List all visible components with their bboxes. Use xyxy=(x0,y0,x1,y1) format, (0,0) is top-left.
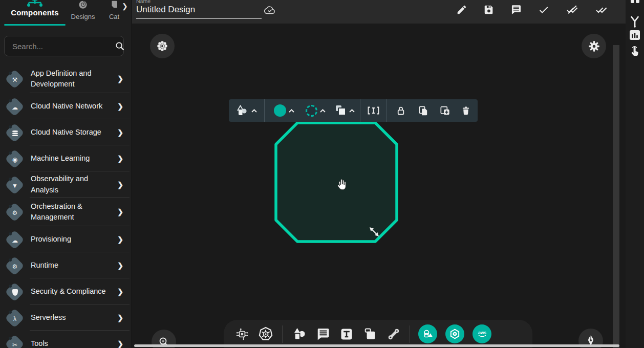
resize-width-button[interactable] xyxy=(360,105,387,116)
double-check-icon[interactable] xyxy=(595,4,608,15)
flower-icon xyxy=(156,39,169,53)
observability-tag-icon: ▼ xyxy=(3,173,26,196)
chevron-up-icon xyxy=(251,108,257,113)
chevron-right-icon: ❯ xyxy=(117,235,123,244)
gear-icon xyxy=(588,40,600,53)
chevron-right-icon: ❯ xyxy=(117,208,123,216)
copy-icon xyxy=(417,105,430,117)
category-observability[interactable]: ▼ Observability and Analysis ❯ xyxy=(0,171,132,198)
chevron-right-icon: ❯ xyxy=(117,262,123,270)
layers-button[interactable] xyxy=(331,105,360,116)
provisioning-tag-icon: ☁ xyxy=(3,228,26,251)
note-icon[interactable] xyxy=(363,327,377,341)
search-input[interactable] xyxy=(5,42,114,51)
cloud-done-icon xyxy=(263,5,276,17)
fill-color-swatch xyxy=(274,104,286,117)
trash-icon xyxy=(460,105,471,117)
category-label: Orchestration & Management xyxy=(26,201,117,223)
category-security[interactable]: Security & Compliance ❯ xyxy=(0,278,132,304)
fill-color-button[interactable] xyxy=(265,104,301,117)
canvas-settings-button[interactable] xyxy=(582,34,606,58)
delete-button[interactable] xyxy=(456,105,479,117)
bottom-dock: aws xyxy=(224,320,532,348)
resize-handle[interactable] xyxy=(368,225,381,238)
link-icon[interactable] xyxy=(387,327,401,341)
orchestration-tag-icon: ⚙ xyxy=(3,201,26,223)
bar-chart-icon[interactable] xyxy=(626,30,644,41)
chevron-up-icon xyxy=(349,108,355,113)
right-toolbar-rail xyxy=(626,0,644,348)
category-cloud-native-network[interactable]: ☁ Cloud Native Network ❯ xyxy=(0,93,132,119)
shapes-icon xyxy=(235,104,249,117)
chip-icon[interactable] xyxy=(235,328,249,341)
shape-context-toolbar xyxy=(229,99,478,122)
hexagon-library-button[interactable] xyxy=(445,324,464,343)
shapes-icon[interactable] xyxy=(291,327,307,342)
category-label: Provisioning xyxy=(26,234,117,245)
category-app-definition[interactable]: ⚒ App Definition and Development ❯ xyxy=(0,64,132,93)
shapes-library-button[interactable] xyxy=(418,324,437,343)
y-merge-icon[interactable] xyxy=(626,15,644,29)
category-label: Runtime xyxy=(26,260,117,271)
machine-learning-tag-icon: ◉ xyxy=(3,147,26,170)
category-label: Serverless xyxy=(26,312,117,323)
storage-tag-icon xyxy=(3,121,26,144)
stroke-style-button[interactable] xyxy=(301,105,331,117)
comment-icon[interactable] xyxy=(316,327,330,341)
tab-components[interactable]: Components xyxy=(4,0,66,17)
category-label: Observability and Analysis xyxy=(26,173,117,195)
chevron-right-icon[interactable]: ❯ xyxy=(122,2,128,10)
chevron-right-icon: ❯ xyxy=(117,128,123,137)
touch-icon[interactable] xyxy=(626,45,644,59)
category-orchestration[interactable]: ⚙ Orchestration & Management ❯ xyxy=(0,198,132,226)
tab-designs[interactable]: Designs xyxy=(68,0,98,21)
category-label: App Definition and Development xyxy=(26,68,117,90)
search-icon[interactable] xyxy=(114,40,125,52)
chevron-up-icon xyxy=(288,108,295,113)
network-tag-icon: ☁ xyxy=(3,95,26,118)
tools-tag-icon: ✂ xyxy=(3,333,26,348)
double-check-slash-icon[interactable] xyxy=(566,4,579,15)
horizontal-scrollbar[interactable] xyxy=(134,344,619,347)
check-icon[interactable] xyxy=(538,4,550,15)
chevron-right-icon: ❯ xyxy=(117,340,123,348)
designs-icon xyxy=(68,0,98,10)
tab-components-label: Components xyxy=(11,8,59,17)
edit-icon[interactable] xyxy=(456,4,467,15)
app-definition-tag-icon: ⚒ xyxy=(3,68,26,90)
category-serverless[interactable]: λ Serverless ❯ xyxy=(0,304,132,331)
component-search xyxy=(4,36,124,56)
components-icon xyxy=(4,0,66,7)
aws-library-button[interactable]: aws xyxy=(473,324,491,343)
category-tools[interactable]: ✂ Tools ❯ xyxy=(0,331,132,348)
category-runtime[interactable]: ⚙ Runtime ❯ xyxy=(0,252,132,278)
canvas-top-left-button[interactable] xyxy=(150,34,175,58)
components-sidebar: Components Designs Cat ❯ xyxy=(0,0,132,348)
category-label: Security & Compliance xyxy=(26,286,117,297)
shapes-library-icon xyxy=(422,329,434,340)
copy-button[interactable] xyxy=(413,105,434,117)
hexagon-library-icon xyxy=(449,328,461,340)
category-label: Cloud Native Storage xyxy=(26,127,117,138)
save-icon[interactable] xyxy=(483,4,495,15)
text-icon[interactable] xyxy=(339,327,354,341)
resize-width-icon xyxy=(367,105,380,116)
meshery-design-app: Components Designs Cat ❯ xyxy=(0,0,644,348)
kubernetes-icon[interactable] xyxy=(258,327,273,342)
chevron-right-icon: ❯ xyxy=(117,314,123,322)
category-cloud-native-storage[interactable]: Cloud Native Storage ❯ xyxy=(0,119,132,145)
chevron-right-icon: ❯ xyxy=(117,75,123,83)
vertical-scrollbar[interactable] xyxy=(613,45,619,348)
stroke-style-swatch xyxy=(306,105,317,117)
aws-logo: aws xyxy=(476,329,488,340)
shapes-menu-button[interactable] xyxy=(229,104,264,117)
category-machine-learning[interactable]: ◉ Machine Learning ❯ xyxy=(0,145,132,171)
grid-icon[interactable] xyxy=(626,0,644,3)
category-provisioning[interactable]: ☁ Provisioning ❯ xyxy=(0,226,132,252)
design-name-input[interactable] xyxy=(136,5,262,19)
comment-icon[interactable] xyxy=(510,4,522,15)
copy-add-button[interactable] xyxy=(434,105,456,117)
lock-button[interactable] xyxy=(387,105,413,117)
chevron-right-icon: ❯ xyxy=(117,102,123,111)
chevron-right-icon: ❯ xyxy=(117,288,123,296)
